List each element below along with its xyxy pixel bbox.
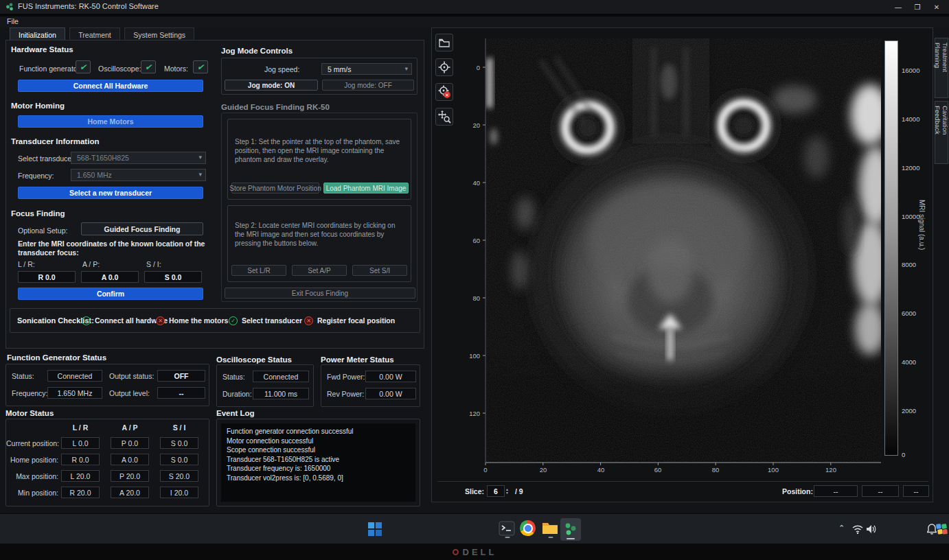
open-folder-icon [439,38,450,47]
y-tick: 0 [468,64,480,71]
menu-file[interactable]: File [7,17,19,25]
tab-system-settings[interactable]: System Settings [124,27,194,41]
jog-mode-off-button[interactable]: Jog mode: OFF [322,80,414,91]
crosshair-error-icon: ✕ [437,85,451,99]
crosshair-button[interactable] [435,58,453,76]
position-y: -- [862,485,899,497]
set-lr-button[interactable]: Set L/R [231,265,286,276]
open-folder-button[interactable] [435,34,453,51]
osc-status-value: Connected [253,371,309,382]
speaker-icon[interactable] [866,524,877,534]
spin-down-icon[interactable]: ▼ [505,491,512,495]
motor-cell: P 0.0 [111,437,149,449]
motor-row-label: Min position: [6,489,58,497]
osc-duration-label: Duration: [222,390,252,398]
explorer-app-button[interactable] [542,520,560,539]
guided-focus-finding-button[interactable]: Guided Focus Finding [81,222,203,235]
x-tick: 100 [765,466,781,474]
slice-spinner-arrows[interactable]: ▲▼ [505,485,512,497]
mri-image[interactable] [459,34,899,480]
terminal-app-button[interactable] [499,520,516,539]
log-line: Transducer vol2press is: [0, 0.5689, 0] [227,474,410,483]
fg-output-level-value: -- [157,387,205,399]
fg-output-level-label: Output level: [109,389,150,397]
fg-status-label: Status: [12,372,34,380]
checklist-item-label: Register focal position [317,316,395,325]
jog-group: Jog speed: 5 mm/s ▾ Jog mode: ON Jog mod… [221,58,418,95]
y-tick: 40 [468,179,480,187]
event-log-list[interactable]: Function generator connection successful… [221,423,415,502]
colorbar-tick: 14000 [902,115,919,123]
hardware-status-title: Hardware Status [11,45,73,54]
terminal-icon [499,520,515,537]
check-pass-icon: ✓ [82,316,91,325]
green-app-button[interactable] [560,518,581,541]
y-tick: 60 [468,237,480,244]
screen: FUS Instruments: RK-50 Control Software … [0,0,949,560]
viewer-divider [437,481,928,482]
jog-speed-select[interactable]: 5 mm/s ▾ [321,63,412,75]
chrome-app-button[interactable] [520,520,538,539]
pan-zoom-icon [437,110,451,124]
x-tick: 20 [536,466,550,474]
sonication-checklist: Sonication Checklist: ✓ Connect all hard… [10,308,420,333]
lr-input[interactable]: R 0.0 [18,271,76,283]
chevron-down-icon: ▾ [404,65,408,72]
chevron-up-icon[interactable]: ⌃ [838,524,845,533]
transducer-select[interactable]: 568-T1650H825 ▾ [71,152,206,164]
bezel-logo-icon [453,549,459,555]
wifi-icon[interactable] [852,525,863,534]
slice-total: / 9 [515,487,523,495]
widgets-icon[interactable] [935,522,948,536]
log-line: Scope connection successful [227,445,410,455]
store-phantom-position-button[interactable]: Store Phantom Motor Position [231,183,319,194]
tab-initialization[interactable]: Initialization [10,27,65,41]
tab-treatment[interactable]: Treatment [69,27,119,41]
ap-input[interactable]: A 0.0 [81,271,139,283]
check-fail-icon: ✕ [156,316,165,325]
close-button[interactable]: ✕ [927,1,946,13]
load-phantom-mri-button[interactable]: Load Phantom MRI Image [323,183,409,194]
set-ap-button[interactable]: Set A/P [292,265,347,276]
slice-label: Slice: [465,487,484,495]
maximize-button[interactable]: ❐ [908,1,927,13]
start-icon[interactable] [366,520,384,538]
motor-cell: A 0.0 [111,454,149,465]
set-si-button[interactable]: Set S/I [352,265,407,276]
minimize-button[interactable]: — [889,1,908,13]
y-tick: 20 [468,121,480,129]
select-new-transducer-button[interactable]: Select a new transducer [18,187,203,199]
frequency-select[interactable]: 1.650 MHz ▾ [71,169,206,181]
mri-viewer-panel: ✕ [431,27,933,502]
connect-all-hardware-button[interactable]: Connect All Hardware [18,80,203,92]
transducer-select-value: 568-T1650H825 [77,154,129,162]
osc-status-label: Status: [222,373,245,381]
slice-spinner[interactable]: 6 [487,485,505,497]
jog-mode-title: Jog Mode Controls [221,47,293,55]
motor-cell: I 20.0 [160,487,198,498]
window-controls: — ❐ ✕ [889,1,946,13]
home-motors-button[interactable]: Home Motors [18,115,203,128]
fwd-power-value: 0.00 W [365,371,416,382]
confirm-button[interactable]: Confirm [18,288,203,300]
colorbar-tick: 2000 [902,407,916,415]
running-indicator [549,537,553,538]
check-fail-icon: ✕ [304,316,313,325]
chevron-down-icon: ▾ [198,171,202,178]
focus-instructions: Enter the MRI coordinates of the known l… [18,240,209,257]
jog-speed-label: Jog speed: [264,65,299,73]
si-input[interactable]: S 0.0 [144,271,202,283]
jog-mode-on-button[interactable]: Jog mode: ON [225,80,318,91]
tab-cavitation-feedback[interactable]: Cavitation Feedback [935,101,948,164]
log-line: Function generator connection successful [227,427,410,436]
chevron-down-icon: ▾ [198,154,202,161]
menu-bar: File [0,16,949,27]
motor-cell: A 20.0 [111,487,149,498]
position-label: Position: [782,487,813,495]
motor-cell: P 20.0 [111,470,149,482]
tab-treatment-planning[interactable]: Treatment Planning [935,38,948,98]
x-tick: 80 [709,466,722,474]
exit-focus-finding-button[interactable]: Exit Focus Finding [225,288,415,299]
crosshair-error-button[interactable]: ✕ [435,83,453,101]
pan-zoom-button[interactable] [435,108,453,126]
